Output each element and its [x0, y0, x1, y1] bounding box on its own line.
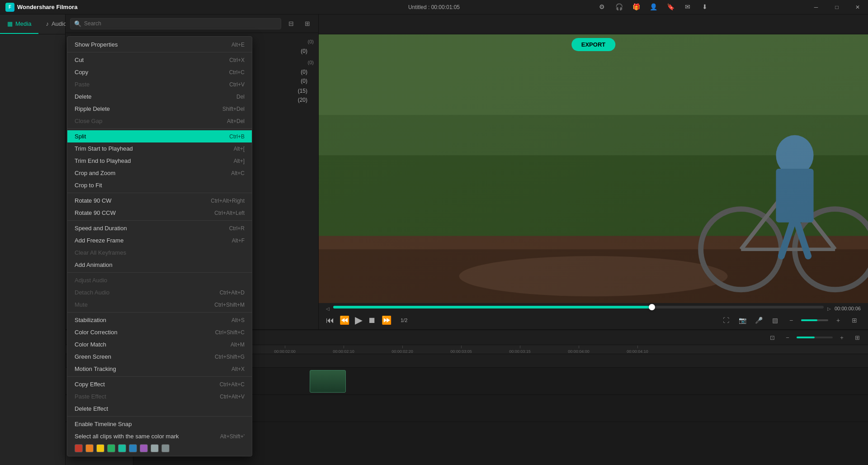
ctx-color-match[interactable]: Color Match Alt+M: [67, 338, 252, 351]
ctx-clear-keyframes: Clear All Keyframes: [67, 247, 252, 259]
playback-controls: ⏮ ⏪ ▶ ⏹ ⏩ 1/2 ⛶ 📷 🎤 ▧ −: [326, 314, 861, 327]
progress-thumb[interactable]: [649, 304, 655, 310]
ctx-copy[interactable]: Copy Ctrl+C: [67, 66, 252, 78]
swatch-red[interactable]: [75, 444, 83, 452]
zoom-slider[interactable]: [801, 319, 828, 321]
skip-back-button[interactable]: ⏮: [326, 316, 334, 325]
ctx-color-correction[interactable]: Color Correction Ctrl+Shift+C: [67, 326, 252, 338]
ruler-mark-7: 00:00:04:00: [549, 346, 608, 354]
ctx-sep-5: [67, 272, 252, 273]
ctx-adjust-audio: Adjust Audio: [67, 274, 252, 286]
ruler-mark-6: 00:00:03:15: [491, 346, 549, 354]
audio-icon: ♪: [46, 20, 49, 27]
shared-media-count: (0): [308, 60, 314, 65]
ctx-stabilization[interactable]: Stabilization Alt+S: [67, 314, 252, 326]
tab-media[interactable]: ▦ Media: [0, 14, 38, 34]
sidebar-tabs: ▦ Media ♪ Audio T Titles: [0, 14, 65, 34]
media-toolbar: 🔍 ⊟ ⊞: [66, 14, 318, 33]
ctx-trim-start[interactable]: Trim Start to Playhead Alt+[: [67, 142, 252, 155]
folder-count: (0): [301, 48, 307, 54]
swatch-green[interactable]: [107, 444, 115, 452]
maximize-button[interactable]: □: [826, 0, 847, 14]
gift-icon[interactable]: 🎁: [631, 2, 641, 12]
project-media-count: (0): [308, 39, 314, 44]
fit-all-icon[interactable]: ⊞: [851, 331, 863, 344]
zoom-in-timeline-icon[interactable]: +: [835, 331, 848, 344]
search-input[interactable]: [84, 20, 277, 27]
sample-colors-count: (15): [298, 88, 307, 94]
ruler-mark-5: 00:00:03:05: [432, 346, 491, 354]
ctx-cut[interactable]: Cut Ctrl+X: [67, 54, 252, 66]
ctx-sep-6: [67, 312, 252, 313]
ctx-rotate-cw[interactable]: Rotate 90 CW Ctrl+Alt+Right: [67, 195, 252, 207]
ctx-freeze-frame[interactable]: Add Freeze Frame Alt+F: [67, 234, 252, 247]
frame-forward-button[interactable]: ⏩: [382, 315, 392, 325]
fullscreen-icon[interactable]: ⛶: [720, 314, 732, 327]
bookmark-icon[interactable]: 🔖: [665, 2, 675, 12]
playback-right-controls: ⛶ 📷 🎤 ▧ − + ⊞: [720, 314, 861, 327]
export-button[interactable]: EXPORT: [571, 38, 615, 51]
ctx-speed-duration[interactable]: Speed and Duration Ctrl+R: [67, 222, 252, 234]
message-icon[interactable]: ✉: [683, 2, 693, 12]
stop-button[interactable]: ⏹: [368, 316, 376, 325]
ctx-rotate-ccw[interactable]: Rotate 90 CCW Ctrl+Alt+Left: [67, 207, 252, 219]
zoom-fit-icon[interactable]: ⊡: [766, 331, 778, 344]
grid-icon[interactable]: ⊞: [301, 17, 314, 30]
download-icon[interactable]: ⬇: [700, 2, 710, 12]
ctx-crop-zoom[interactable]: Crop and Zoom Alt+C: [67, 167, 252, 179]
ctx-show-properties[interactable]: Show Properties Alt+E: [67, 38, 252, 51]
headphones-icon[interactable]: 🎧: [614, 2, 624, 12]
ctx-split[interactable]: Split Ctrl+B: [67, 130, 252, 142]
user-icon[interactable]: 👤: [648, 2, 658, 12]
left-sidebar: ▦ Media ♪ Audio T Titles: [0, 14, 66, 465]
ctx-sep-3: [67, 193, 252, 193]
ctx-ripple-delete[interactable]: Ripple Delete Shift+Del: [67, 103, 252, 115]
swatch-light-gray[interactable]: [151, 444, 159, 452]
timeline-zoom-slider[interactable]: [797, 337, 833, 338]
ctx-trim-end[interactable]: Trim End to Playhead Alt+]: [67, 155, 252, 167]
zoom-out-timeline-icon[interactable]: −: [781, 331, 794, 344]
ctx-detach-audio: Detach Audio Ctrl+Alt+D: [67, 286, 252, 299]
swatch-orange[interactable]: [85, 444, 94, 452]
window-controls: ─ □ ✕: [806, 0, 868, 14]
zoom-in-icon[interactable]: +: [832, 314, 844, 327]
swatch-dark-gray[interactable]: [161, 444, 170, 452]
ruler-mark-4: 00:00:02:20: [373, 346, 432, 354]
video-clip-2[interactable]: [310, 370, 346, 393]
preview-top-bar: EXPORT: [319, 14, 868, 34]
ctx-sep-8: [67, 416, 252, 417]
media-icon: ▦: [7, 20, 13, 27]
pip-icon[interactable]: ▧: [769, 314, 781, 327]
close-button[interactable]: ✕: [847, 0, 868, 14]
ctx-green-screen[interactable]: Green Screen Ctrl+Shift+G: [67, 351, 252, 363]
ctx-delete[interactable]: Delete Del: [67, 90, 252, 103]
ctx-sep-1: [67, 52, 252, 52]
ctx-copy-effect[interactable]: Copy Effect Ctrl+Alt+C: [67, 378, 252, 390]
search-box[interactable]: 🔍: [70, 18, 281, 29]
ctx-delete-effect[interactable]: Delete Effect: [67, 403, 252, 415]
ctx-motion-tracking[interactable]: Motion Tracking Alt+X: [67, 363, 252, 375]
swatch-teal[interactable]: [118, 444, 126, 452]
subfolder2-count: (0): [301, 78, 307, 84]
ctx-add-animation[interactable]: Add Animation: [67, 259, 252, 271]
ctx-paste: Paste Ctrl+V: [67, 78, 252, 90]
titlebar: F Wondershare Filmora Untitled : 00:00:0…: [0, 0, 868, 14]
play-button[interactable]: ▶: [355, 314, 363, 326]
voiceover-icon[interactable]: 🎤: [752, 314, 765, 327]
frame-back-button[interactable]: ⏪: [340, 315, 349, 325]
context-menu: Show Properties Alt+E Cut Ctrl+X Copy Ct…: [67, 36, 252, 456]
swatch-blue[interactable]: [129, 444, 137, 452]
swatch-purple[interactable]: [140, 444, 148, 452]
zoom-out-icon[interactable]: −: [785, 314, 797, 327]
minimize-button[interactable]: ─: [806, 0, 826, 14]
screenshot-icon[interactable]: 📷: [736, 314, 749, 327]
fit-icon[interactable]: ⊞: [848, 314, 861, 327]
ctx-select-same-color[interactable]: Select all clips with the same color mar…: [67, 430, 252, 442]
settings-icon[interactable]: ⚙: [597, 2, 607, 12]
filter-icon[interactable]: ⊟: [285, 17, 297, 30]
ctx-enable-snap[interactable]: Enable Timeline Snap: [67, 418, 252, 430]
ctx-crop-fit[interactable]: Crop to Fit: [67, 179, 252, 191]
swatch-yellow[interactable]: [96, 444, 104, 452]
ruler-mark-8: 00:00:04:10: [608, 346, 667, 354]
progress-track[interactable]: [333, 306, 824, 308]
